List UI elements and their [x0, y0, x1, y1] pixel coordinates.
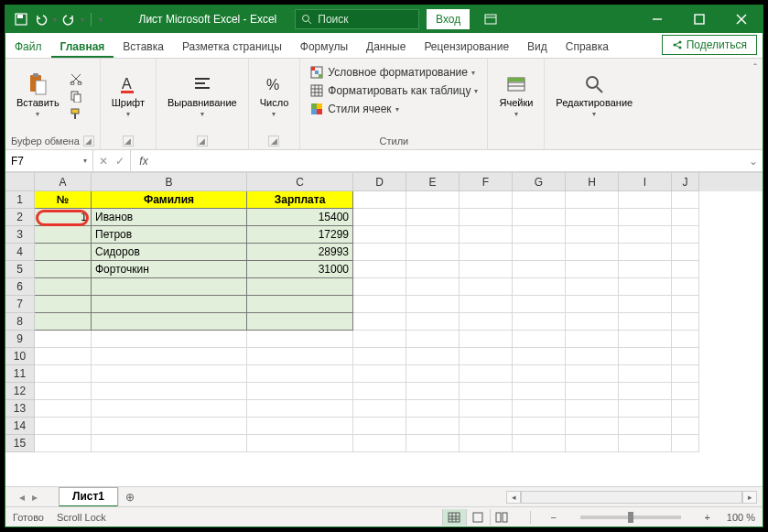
number-button[interactable]: % Число ▾: [256, 71, 293, 120]
cell[interactable]: [566, 278, 619, 296]
select-all-button[interactable]: [5, 173, 35, 191]
cell[interactable]: [247, 418, 353, 435]
cell[interactable]: Форточкин: [92, 261, 247, 278]
cell[interactable]: 17299: [247, 226, 353, 244]
cell[interactable]: [566, 296, 619, 313]
column-header[interactable]: D: [353, 173, 406, 191]
zoom-out-button[interactable]: −: [547, 512, 560, 523]
row-header[interactable]: 4: [5, 244, 35, 261]
cell[interactable]: [566, 400, 619, 418]
row-header[interactable]: 12: [5, 383, 35, 400]
tab-formulas[interactable]: Формулы: [291, 35, 357, 58]
cell[interactable]: [406, 209, 460, 226]
cell[interactable]: [35, 400, 92, 418]
cell[interactable]: [406, 313, 460, 331]
sheet-tab[interactable]: Лист1: [59, 487, 118, 507]
cell[interactable]: 15400: [247, 209, 353, 226]
cell[interactable]: [353, 435, 406, 452]
cell[interactable]: [513, 313, 566, 331]
row-header[interactable]: 3: [5, 226, 35, 244]
format-as-table-button[interactable]: Форматировать как таблицу▾: [309, 82, 478, 99]
login-button[interactable]: Вход: [427, 9, 470, 29]
cell[interactable]: [35, 296, 92, 313]
cell[interactable]: [460, 191, 513, 209]
cell[interactable]: [513, 296, 566, 313]
row-header[interactable]: 14: [5, 418, 35, 435]
row-header[interactable]: 9: [5, 331, 35, 348]
undo-dropdown-icon[interactable]: ▾: [53, 16, 57, 24]
cell[interactable]: [247, 365, 353, 383]
cell[interactable]: [406, 365, 460, 383]
cell[interactable]: [672, 244, 699, 261]
row-header[interactable]: 5: [5, 261, 35, 278]
cell[interactable]: [460, 244, 513, 261]
column-header[interactable]: A: [35, 173, 92, 191]
cell[interactable]: [353, 244, 406, 261]
cell[interactable]: [92, 348, 247, 365]
cell[interactable]: [92, 365, 247, 383]
cell[interactable]: [513, 365, 566, 383]
cell[interactable]: [353, 418, 406, 435]
qat-customize-icon[interactable]: ▾: [99, 16, 103, 24]
row-header[interactable]: 13: [5, 400, 35, 418]
cell[interactable]: [92, 313, 247, 331]
cell[interactable]: [35, 365, 92, 383]
column-header[interactable]: I: [619, 173, 672, 191]
cell[interactable]: Сидоров: [92, 244, 247, 261]
cell[interactable]: [672, 331, 699, 348]
page-break-view-button[interactable]: [490, 509, 514, 526]
cell[interactable]: [92, 418, 247, 435]
cell[interactable]: [460, 348, 513, 365]
cell[interactable]: 1: [35, 209, 92, 226]
cell[interactable]: [406, 383, 460, 400]
cell[interactable]: [35, 331, 92, 348]
cell[interactable]: [353, 365, 406, 383]
cell[interactable]: [247, 331, 353, 348]
cell[interactable]: [353, 278, 406, 296]
cell[interactable]: [460, 435, 513, 452]
new-sheet-button[interactable]: ⊕: [118, 487, 140, 507]
cell[interactable]: [619, 348, 672, 365]
cell[interactable]: [92, 383, 247, 400]
cell[interactable]: [566, 365, 619, 383]
cell[interactable]: [619, 226, 672, 244]
cell[interactable]: [619, 191, 672, 209]
column-header[interactable]: G: [513, 173, 566, 191]
cell[interactable]: [619, 296, 672, 313]
share-button[interactable]: Поделиться: [662, 35, 757, 55]
cell[interactable]: [460, 418, 513, 435]
cell[interactable]: [619, 418, 672, 435]
cell[interactable]: [619, 331, 672, 348]
cell[interactable]: [460, 226, 513, 244]
zoom-slider[interactable]: [580, 516, 681, 519]
paste-button[interactable]: Вставить ▾: [13, 71, 63, 120]
cell[interactable]: [460, 313, 513, 331]
cell[interactable]: Иванов: [92, 209, 247, 226]
cell[interactable]: [406, 296, 460, 313]
tab-home[interactable]: Главная: [51, 35, 114, 58]
cell[interactable]: [406, 244, 460, 261]
cell[interactable]: [566, 331, 619, 348]
cell[interactable]: [566, 191, 619, 209]
cut-icon[interactable]: [69, 71, 83, 86]
search-input[interactable]: Поиск: [295, 9, 419, 29]
cell[interactable]: [672, 418, 699, 435]
dialog-launcher-icon[interactable]: ◢: [268, 136, 279, 147]
conditional-formatting-button[interactable]: Условное форматирование▾: [309, 64, 475, 81]
scroll-left-icon[interactable]: ◂: [506, 491, 521, 504]
cell[interactable]: Фамилия: [92, 191, 247, 209]
cell[interactable]: [353, 348, 406, 365]
dialog-launcher-icon[interactable]: ◢: [123, 136, 134, 147]
cell[interactable]: [460, 331, 513, 348]
cell[interactable]: [566, 226, 619, 244]
cell[interactable]: [353, 400, 406, 418]
cell[interactable]: [92, 296, 247, 313]
cell[interactable]: [460, 365, 513, 383]
cell[interactable]: [566, 435, 619, 452]
column-header[interactable]: E: [406, 173, 460, 191]
cell[interactable]: [566, 348, 619, 365]
prev-sheet-icon[interactable]: ◂: [19, 491, 25, 504]
cell[interactable]: [406, 400, 460, 418]
cell[interactable]: [406, 191, 460, 209]
cell[interactable]: [672, 313, 699, 331]
